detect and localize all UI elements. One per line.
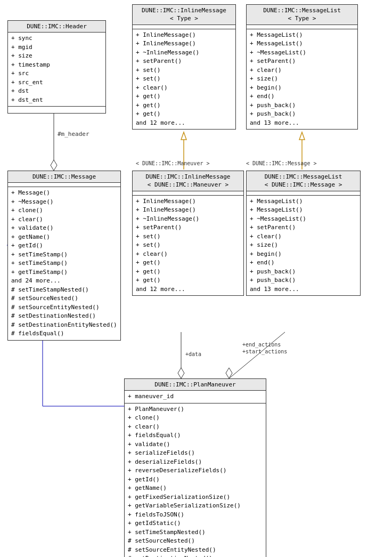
inline-message-type-box: DUNE::IMC::InlineMessage< Type > + Inlin… (132, 4, 236, 130)
svg-marker-17 (226, 368, 232, 378)
plan-maneuver-methods: + PlanManeuver() + clone() + clear() + f… (125, 403, 266, 557)
message-list-type-box: DUNE::IMC::MessageList< Type > + Message… (246, 4, 358, 130)
message-class-box: DUNE::IMC::Message + Message() + ~Messag… (7, 171, 121, 341)
svg-marker-4 (181, 132, 186, 140)
message-list-type-title: DUNE::IMC::MessageList< Type > (247, 5, 357, 25)
inline-message-type-empty (133, 25, 235, 29)
svg-line-16 (229, 332, 285, 378)
message-list-message-empty (247, 191, 360, 196)
inline-message-maneuver-methods: + InlineMessage() + InlineMessage() + ~I… (133, 196, 243, 296)
svg-text:+data: +data (185, 351, 201, 357)
message-class-methods: + Message() + ~Message() + clone() + cle… (8, 187, 120, 340)
inline-message-type-title: DUNE::IMC::InlineMessage< Type > (133, 5, 235, 25)
svg-marker-7 (299, 132, 305, 140)
svg-text:+end_actions: +end_actions (242, 342, 281, 348)
m-header-label: #m_header (58, 131, 89, 138)
svg-text:< DUNE::IMC::Message >: < DUNE::IMC::Message > (246, 160, 316, 166)
header-class-fields: + sync + mgid + size + timestamp + src +… (8, 33, 105, 107)
header-class-title: DUNE::IMC::Header (8, 21, 105, 33)
svg-text:< DUNE::IMC::Maneuver >: < DUNE::IMC::Maneuver > (136, 160, 209, 166)
inline-message-maneuver-box: DUNE::IMC::InlineMessage< DUNE::IMC::Man… (132, 171, 244, 296)
message-list-type-methods: + MessageList() + MessageList() + ~Messa… (247, 29, 357, 130)
header-class-box: DUNE::IMC::Header + sync + mgid + size +… (7, 20, 106, 114)
inline-message-type-methods: + InlineMessage() + InlineMessage() + ~I… (133, 29, 235, 130)
uml-diagram: #m_header < DUNE::IMC::Maneuver > < DUNE… (0, 0, 392, 557)
svg-marker-14 (178, 368, 184, 378)
message-list-message-methods: + MessageList() + MessageList() + ~Messa… (247, 196, 360, 296)
message-list-type-empty (247, 25, 357, 29)
message-class-empty (8, 183, 120, 187)
header-class-empty (8, 107, 105, 113)
plan-maneuver-box: DUNE::IMC::PlanManeuver + maneuver_id + … (124, 378, 266, 557)
message-class-title: DUNE::IMC::Message (8, 171, 120, 183)
plan-maneuver-title: DUNE::IMC::PlanManeuver (125, 379, 266, 391)
inline-message-maneuver-title: DUNE::IMC::InlineMessage< DUNE::IMC::Man… (133, 171, 243, 191)
svg-marker-1 (51, 160, 57, 171)
message-list-message-box: DUNE::IMC::MessageList< DUNE::IMC::Messa… (246, 171, 361, 296)
inline-message-maneuver-empty (133, 191, 243, 196)
svg-text:+start_actions: +start_actions (242, 349, 287, 355)
plan-maneuver-fields: + maneuver_id (125, 391, 266, 403)
message-list-message-title: DUNE::IMC::MessageList< DUNE::IMC::Messa… (247, 171, 360, 191)
